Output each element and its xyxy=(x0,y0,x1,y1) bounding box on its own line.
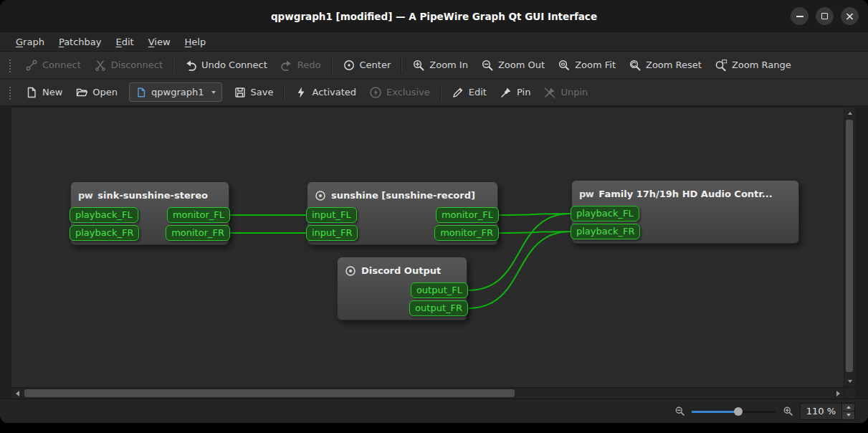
disconnect-button[interactable]: Disconnect xyxy=(87,55,169,75)
node-title: sink-sunshine-stereo xyxy=(97,190,208,201)
patchbay-profile-value: qpwgraph1 xyxy=(151,87,204,97)
connect-icon xyxy=(25,59,38,72)
vertical-scrollbar[interactable] xyxy=(844,108,855,387)
port-monitor-fl[interactable]: monitor_FL xyxy=(436,207,499,223)
menu-view[interactable]: View xyxy=(141,32,178,51)
node-title: sunshine [sunshine-record] xyxy=(331,190,475,201)
connect-button[interactable]: Connect xyxy=(19,55,87,75)
graph-node-discord-output[interactable]: Discord Output output_FL output_FR xyxy=(337,257,467,320)
exclusive-button[interactable]: Exclusive xyxy=(363,82,437,103)
patchbay-profile-combobox[interactable]: qpwgraph1 xyxy=(129,82,221,102)
save-label: Save xyxy=(251,87,274,97)
new-button[interactable]: New xyxy=(19,82,69,103)
horizontal-scrollbar[interactable] xyxy=(11,387,844,399)
center-button[interactable]: Center xyxy=(336,55,398,75)
node-ports: output_FL output_FR xyxy=(338,282,467,316)
graph-view: pw sink-sunshine-stereo playback_FL play… xyxy=(11,108,855,399)
open-button[interactable]: Open xyxy=(69,82,124,103)
toolbar-separator xyxy=(401,57,402,73)
maximize-button[interactable] xyxy=(816,7,834,25)
bolt-icon xyxy=(295,86,307,99)
pipewire-icon: pw xyxy=(579,189,593,199)
redo-button[interactable]: Redo xyxy=(274,55,328,75)
zoom-spinbox[interactable]: 110 % xyxy=(800,403,855,420)
zoom-reset-button[interactable]: Zoom Reset xyxy=(622,55,708,75)
pin-button[interactable]: Pin xyxy=(493,82,537,103)
unpin-icon xyxy=(543,86,556,99)
port-output-fr[interactable]: output_FR xyxy=(409,300,468,316)
undo-connect-label: Undo Connect xyxy=(201,60,267,70)
graph-node-family-hd-audio[interactable]: pw Family 17h/19h HD Audio Contr... play… xyxy=(571,180,799,244)
port-input-fl[interactable]: input_FL xyxy=(306,207,357,223)
port-playback-fr[interactable]: playback_FR xyxy=(70,225,139,241)
horizontal-scrollbar-handle[interactable] xyxy=(24,389,515,397)
zoom-fit-icon xyxy=(558,59,571,72)
spin-down-button[interactable] xyxy=(842,411,854,419)
app-window: qpwgraph1 [modified] — A PipeWire Graph … xyxy=(0,0,868,423)
port-output-fl[interactable]: output_FL xyxy=(411,282,468,298)
new-file-icon xyxy=(25,86,38,99)
node-ports: playback_FL playback_FR xyxy=(572,206,798,239)
toolbar-separator xyxy=(173,57,174,73)
zoom-fit-button[interactable]: Zoom Fit xyxy=(551,55,622,75)
edit-button[interactable]: Edit xyxy=(445,82,493,103)
zoom-out-button[interactable]: Zoom Out xyxy=(474,55,551,75)
spin-up-button[interactable] xyxy=(842,404,854,411)
port-playback-fl[interactable]: playback_FL xyxy=(571,206,639,222)
chevron-down-icon xyxy=(211,91,216,94)
node-header: pw sink-sunshine-stereo xyxy=(71,182,229,207)
port-monitor-fl[interactable]: monitor_FL xyxy=(167,207,230,223)
zoom-slider-handle[interactable] xyxy=(734,407,743,416)
close-icon: × xyxy=(845,11,854,22)
graph-node-sunshine-record[interactable]: sunshine [sunshine-record] input_FL inpu… xyxy=(307,181,498,245)
node-header: sunshine [sunshine-record] xyxy=(307,182,497,207)
toolbar-handle[interactable] xyxy=(8,85,12,100)
undo-connect-button[interactable]: Undo Connect xyxy=(178,55,274,75)
disconnect-label: Disconnect xyxy=(111,60,163,70)
scroll-left-arrow[interactable] xyxy=(11,388,23,399)
node-ports: playback_FL playback_FR monitor_FL monit… xyxy=(71,207,229,241)
redo-icon xyxy=(280,59,293,72)
undo-icon xyxy=(184,59,197,72)
menu-edit[interactable]: Edit xyxy=(109,32,141,51)
node-title: Discord Output xyxy=(361,265,441,276)
patchbay-file-icon xyxy=(135,87,147,98)
zoom-range-button[interactable]: Zoom Range xyxy=(708,55,798,75)
spin-arrows xyxy=(841,404,854,419)
port-monitor-fr[interactable]: monitor_FR xyxy=(166,225,230,241)
graph-canvas[interactable]: pw sink-sunshine-stereo playback_FL play… xyxy=(11,108,844,387)
vertical-scrollbar-handle[interactable] xyxy=(846,120,853,372)
port-input-fr[interactable]: input_FR xyxy=(306,225,358,241)
activated-button[interactable]: Activated xyxy=(288,82,363,103)
port-playback-fl[interactable]: playback_FL xyxy=(70,207,138,223)
scroll-up-arrow[interactable] xyxy=(844,108,856,119)
record-icon xyxy=(345,265,356,277)
window-title: qpwgraph1 [modified] — A PipeWire Graph … xyxy=(271,11,597,22)
minimize-button[interactable] xyxy=(791,7,809,25)
new-label: New xyxy=(42,87,62,97)
zoom-in-label: Zoom In xyxy=(429,60,468,70)
port-monitor-fr[interactable]: monitor_FR xyxy=(434,225,499,241)
zoom-slider[interactable] xyxy=(692,406,776,417)
toolbar-handle[interactable] xyxy=(8,58,12,72)
scroll-right-arrow[interactable] xyxy=(832,388,844,399)
close-button[interactable]: × xyxy=(841,7,859,25)
unpin-button[interactable]: Unpin xyxy=(537,82,594,103)
save-button[interactable]: Save xyxy=(227,82,280,103)
zoom-range-label: Zoom Range xyxy=(732,60,791,70)
pencil-icon xyxy=(452,86,464,99)
connect-label: Connect xyxy=(42,60,81,70)
scrollbar-corner xyxy=(844,387,855,399)
graph-node-sink-sunshine-stereo[interactable]: pw sink-sunshine-stereo playback_FL play… xyxy=(70,181,229,245)
toolbar-separator xyxy=(331,57,333,73)
zoom-in-button[interactable]: Zoom In xyxy=(406,55,474,75)
node-header: pw Family 17h/19h HD Audio Contr... xyxy=(572,181,798,206)
port-playback-fr[interactable]: playback_FR xyxy=(571,224,640,239)
zoom-slider-fill xyxy=(692,411,738,413)
menu-help[interactable]: Help xyxy=(178,32,214,51)
scroll-down-arrow[interactable] xyxy=(844,376,856,387)
menu-graph[interactable]: Graph xyxy=(9,32,52,51)
titlebar[interactable]: qpwgraph1 [modified] — A PipeWire Graph … xyxy=(0,0,868,32)
zoom-out-label: Zoom Out xyxy=(498,60,545,70)
menu-patchbay[interactable]: Patchbay xyxy=(52,32,109,51)
